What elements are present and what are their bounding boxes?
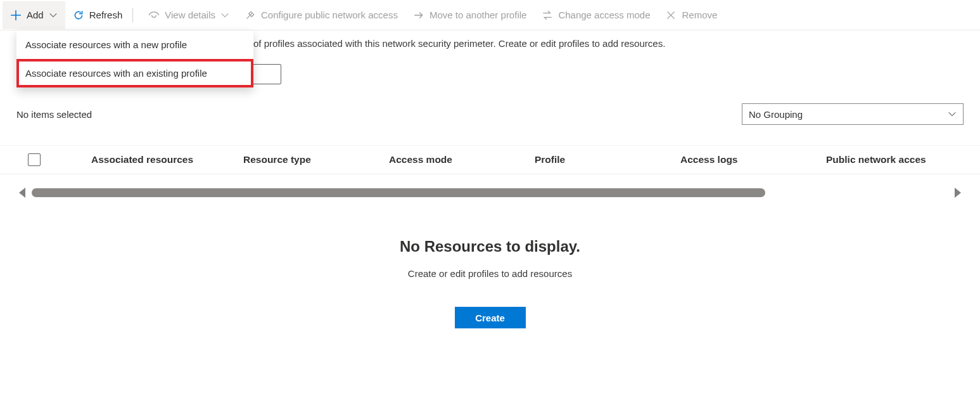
view-details-button[interactable]: View details xyxy=(141,1,237,29)
grouping-selected-label: No Grouping xyxy=(749,109,803,120)
close-icon xyxy=(665,10,677,21)
remove-button[interactable]: Remove xyxy=(658,1,725,29)
empty-subtitle: Create or edit profiles to add resources xyxy=(0,268,980,279)
select-all-cell xyxy=(28,153,91,166)
configure-label: Configure public network access xyxy=(261,10,398,20)
grouping-select[interactable]: No Grouping xyxy=(742,103,964,125)
add-menu-existing-profile[interactable]: Associate resources with an existing pro… xyxy=(16,59,253,87)
empty-state: No Resources to display. Create or edit … xyxy=(0,238,980,328)
resources-table: Associated resources Resource type Acces… xyxy=(0,145,980,200)
eye-icon xyxy=(148,10,160,21)
chevron-down-icon xyxy=(49,11,58,20)
change-access-mode-button[interactable]: Change access mode xyxy=(534,1,658,29)
horizontal-scrollbar[interactable] xyxy=(0,186,980,200)
col-access-mode[interactable]: Access mode xyxy=(389,154,535,165)
scroll-thumb[interactable] xyxy=(32,188,765,197)
configure-public-network-button[interactable]: Configure public network access xyxy=(237,1,405,29)
add-menu-new-profile[interactable]: Associate resources with a new profile xyxy=(16,30,253,59)
refresh-icon xyxy=(73,10,84,21)
description-text: of profiles associated with this network… xyxy=(253,38,665,49)
arrow-right-icon xyxy=(413,10,424,21)
plug-icon xyxy=(245,10,256,21)
status-row: No items selected No Grouping xyxy=(0,103,980,125)
scroll-track[interactable] xyxy=(32,188,948,197)
add-dropdown: Associate resources with a new profile A… xyxy=(16,30,253,87)
plus-icon xyxy=(10,10,22,21)
add-button[interactable]: Add xyxy=(3,1,65,29)
add-label: Add xyxy=(27,10,44,20)
select-all-checkbox[interactable] xyxy=(28,153,41,166)
col-profile[interactable]: Profile xyxy=(535,154,680,165)
col-associated-resources[interactable]: Associated resources xyxy=(91,154,243,165)
scroll-right-icon[interactable] xyxy=(955,188,961,198)
refresh-label: Refresh xyxy=(89,10,123,20)
toolbar: Add Refresh View details Configure publi… xyxy=(0,0,980,30)
col-public-network-access[interactable]: Public network acces xyxy=(826,154,965,165)
chevron-down-icon xyxy=(220,11,229,20)
move-label: Move to another profile xyxy=(430,10,526,20)
swap-icon xyxy=(542,10,553,21)
move-profile-button[interactable]: Move to another profile xyxy=(405,1,534,29)
table-header: Associated resources Resource type Acces… xyxy=(0,145,980,174)
refresh-button[interactable]: Refresh xyxy=(65,1,130,29)
col-access-logs[interactable]: Access logs xyxy=(680,154,826,165)
empty-title: No Resources to display. xyxy=(0,238,980,255)
chevron-down-icon xyxy=(948,110,957,119)
remove-label: Remove xyxy=(682,10,717,20)
change-mode-label: Change access mode xyxy=(558,10,650,20)
view-details-label: View details xyxy=(165,10,215,20)
create-button[interactable]: Create xyxy=(455,307,526,328)
col-resource-type[interactable]: Resource type xyxy=(243,154,389,165)
scroll-left-icon[interactable] xyxy=(19,188,25,198)
selection-status: No items selected xyxy=(16,109,92,120)
toolbar-separator xyxy=(132,8,133,22)
